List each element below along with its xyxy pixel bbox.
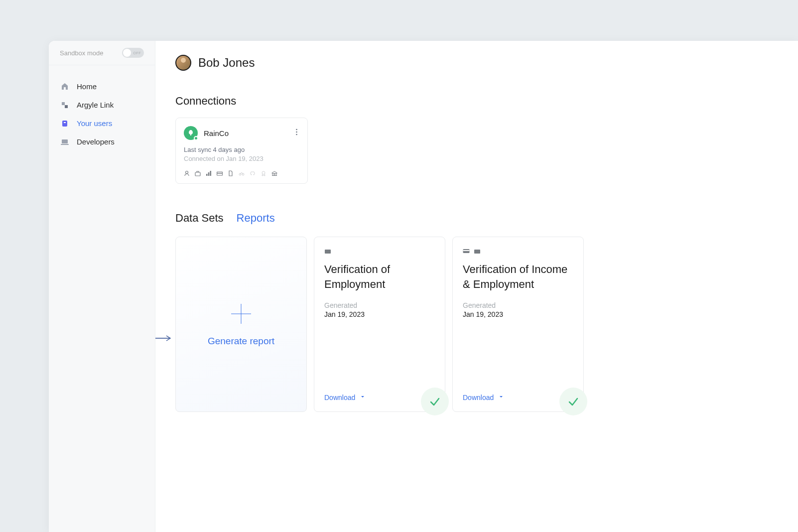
sidebar-item-argyle-link[interactable]: Argyle Link bbox=[49, 96, 155, 114]
plus-icon bbox=[229, 302, 253, 326]
connection-last-sync: Last sync 4 days ago bbox=[184, 146, 299, 153]
car-icon bbox=[250, 169, 256, 175]
user-name: Bob Jones bbox=[198, 56, 255, 70]
sidebar-item-developers[interactable]: Developers bbox=[49, 133, 155, 151]
sidebar-item-home[interactable]: Home bbox=[49, 77, 155, 96]
person-icon bbox=[184, 169, 190, 175]
sidebar-nav: Home Argyle Link Your users Developers bbox=[49, 65, 155, 163]
report-card-voie: Verification of Income & Employment Gene… bbox=[452, 237, 584, 412]
badge-icon bbox=[261, 169, 266, 175]
report-generated-date: Jan 19, 2023 bbox=[324, 310, 435, 318]
sidebar-item-label: Home bbox=[77, 82, 97, 91]
generate-report-card[interactable]: Generate report bbox=[175, 237, 307, 412]
sidebar: Sandbox mode OFF Home Argyle Link bbox=[49, 41, 155, 532]
sidebar-item-label: Your users bbox=[77, 119, 112, 128]
card-icons bbox=[324, 247, 435, 253]
more-button[interactable] bbox=[294, 127, 299, 139]
connection-card: RainCo Last sync 4 days ago Connected on… bbox=[175, 118, 308, 184]
laptop-icon bbox=[61, 138, 69, 146]
svg-rect-26 bbox=[474, 250, 480, 254]
connections-title: Connections bbox=[175, 95, 778, 108]
sandbox-mode-row: Sandbox mode OFF bbox=[49, 41, 155, 65]
card-icon bbox=[217, 169, 223, 175]
main-content: Bob Jones Connections RainCo Last sync 4… bbox=[155, 41, 798, 532]
sidebar-item-your-users[interactable]: Your users bbox=[49, 114, 155, 133]
connection-header: RainCo bbox=[184, 126, 299, 140]
report-generated-label: Generated bbox=[463, 301, 573, 309]
report-generated-date: Jan 19, 2023 bbox=[463, 310, 573, 318]
check-badge bbox=[421, 388, 449, 415]
svg-rect-25 bbox=[463, 250, 470, 251]
briefcase-icon bbox=[474, 247, 481, 253]
check-badge bbox=[559, 388, 587, 415]
reports-row: Generate report Verification of Employme… bbox=[175, 237, 778, 412]
svg-point-19 bbox=[254, 174, 255, 175]
svg-rect-2 bbox=[62, 121, 67, 127]
download-label: Download bbox=[463, 394, 494, 401]
avatar bbox=[175, 55, 191, 71]
briefcase-icon bbox=[195, 169, 201, 175]
bank-icon bbox=[271, 169, 277, 175]
briefcase-icon bbox=[324, 247, 331, 253]
toggle-knob bbox=[123, 49, 131, 57]
svg-rect-13 bbox=[210, 171, 212, 176]
users-icon bbox=[61, 120, 69, 128]
card-icons bbox=[463, 247, 573, 253]
svg-point-6 bbox=[296, 129, 297, 131]
report-generated-label: Generated bbox=[324, 301, 435, 309]
sandbox-label: Sandbox mode bbox=[60, 49, 103, 57]
status-dot-icon bbox=[194, 136, 198, 140]
svg-rect-4 bbox=[62, 139, 68, 143]
app-window: Sandbox mode OFF Home Argyle Link bbox=[49, 41, 798, 532]
connection-name: RainCo bbox=[204, 129, 229, 137]
link-icon bbox=[61, 101, 69, 109]
svg-rect-23 bbox=[325, 250, 331, 254]
sidebar-item-label: Developers bbox=[77, 137, 115, 146]
toggle-text: OFF bbox=[133, 51, 141, 55]
document-icon bbox=[228, 169, 234, 175]
report-title: Verification of Employment bbox=[324, 262, 435, 291]
sandbox-toggle[interactable]: OFF bbox=[122, 48, 144, 58]
download-icon bbox=[359, 393, 366, 401]
download-label: Download bbox=[324, 394, 355, 401]
download-button[interactable]: Download bbox=[324, 393, 366, 401]
svg-rect-5 bbox=[61, 144, 69, 145]
connection-logo bbox=[184, 126, 198, 140]
svg-point-8 bbox=[296, 134, 297, 135]
tab-reports[interactable]: Reports bbox=[237, 212, 275, 225]
tab-datasets[interactable]: Data Sets bbox=[175, 212, 224, 225]
connection-left: RainCo bbox=[184, 126, 229, 140]
svg-point-18 bbox=[251, 174, 252, 175]
user-header: Bob Jones bbox=[175, 55, 778, 71]
svg-rect-15 bbox=[217, 173, 223, 174]
connection-data-icons bbox=[184, 169, 299, 175]
download-button[interactable]: Download bbox=[463, 393, 505, 401]
home-icon bbox=[61, 83, 69, 91]
svg-rect-1 bbox=[65, 105, 68, 108]
connection-connected-on: Connected on Jan 19, 2023 bbox=[184, 155, 299, 162]
generate-report-label: Generate report bbox=[208, 336, 274, 347]
svg-point-7 bbox=[296, 132, 297, 133]
tabs: Data Sets Reports bbox=[175, 212, 778, 225]
chart-icon bbox=[206, 169, 212, 175]
svg-rect-3 bbox=[64, 122, 66, 123]
report-title: Verification of Income & Employment bbox=[463, 262, 573, 291]
download-icon bbox=[498, 393, 505, 401]
card-icon bbox=[463, 247, 470, 253]
report-card-voe: Verification of Employment Generated Jan… bbox=[314, 237, 445, 412]
annotation-arrow-icon bbox=[155, 335, 173, 342]
svg-rect-11 bbox=[206, 174, 208, 176]
svg-rect-12 bbox=[208, 172, 210, 176]
svg-rect-10 bbox=[195, 172, 200, 176]
bike-icon bbox=[239, 169, 245, 175]
svg-rect-0 bbox=[62, 102, 65, 105]
sidebar-item-label: Argyle Link bbox=[77, 101, 114, 109]
svg-point-9 bbox=[186, 171, 188, 174]
